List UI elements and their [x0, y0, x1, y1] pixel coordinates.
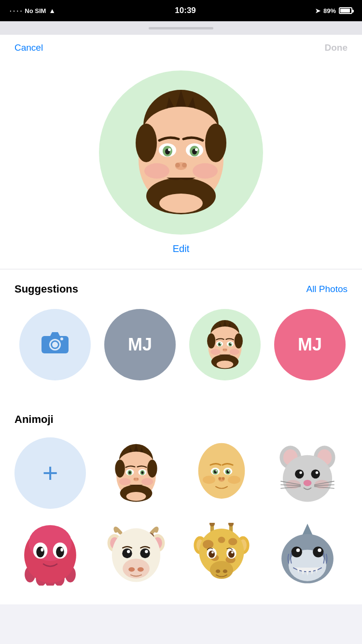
svg-point-130	[122, 548, 132, 558]
status-bar: · · · · No SIM ▲ 10:39 ➤ 89%	[0, 0, 362, 21]
animoji-add-button[interactable]: +	[14, 437, 86, 509]
location-icon: ➤	[315, 7, 320, 14]
battery-fill	[340, 9, 350, 13]
animoji-giraffe-svg	[190, 523, 253, 586]
svg-point-61	[141, 478, 153, 485]
svg-point-45	[220, 343, 221, 344]
svg-point-16	[168, 148, 171, 151]
animoji-memoji-man[interactable]	[100, 437, 172, 509]
svg-point-58	[115, 460, 125, 477]
svg-point-76	[203, 476, 215, 484]
svg-point-38	[229, 349, 239, 355]
svg-point-85	[228, 470, 229, 472]
done-button[interactable]: Done	[325, 42, 348, 53]
svg-point-19	[175, 163, 180, 168]
svg-point-84	[215, 470, 217, 472]
svg-point-6	[136, 124, 157, 162]
animoji-bald-svg	[190, 442, 253, 504]
svg-point-8	[144, 163, 169, 179]
svg-point-27	[52, 342, 58, 348]
svg-point-149	[216, 570, 220, 573]
svg-point-88	[222, 477, 225, 480]
svg-point-49	[225, 349, 227, 350]
suggestions-section: Suggestions All Photos	[0, 269, 362, 395]
animoji-shark[interactable]	[272, 518, 343, 590]
svg-point-136	[209, 523, 215, 526]
svg-point-131	[140, 548, 150, 558]
small-memoji-svg	[198, 318, 251, 371]
drag-handle-area	[0, 21, 362, 35]
status-time: 10:39	[175, 6, 195, 15]
animoji-cow-svg	[105, 523, 167, 586]
suggestion-mj-gray[interactable]: MJ	[104, 309, 176, 380]
svg-point-117	[56, 546, 64, 557]
edit-button[interactable]: Edit	[173, 243, 189, 254]
signal-dots: · · · ·	[10, 7, 22, 14]
all-photos-link[interactable]: All Photos	[306, 284, 348, 294]
animoji-mouse[interactable]	[272, 437, 343, 509]
camera-icon	[41, 330, 70, 360]
svg-point-70	[136, 478, 139, 480]
svg-point-165	[318, 548, 321, 552]
memoji-avatar	[113, 85, 249, 220]
svg-point-77	[228, 476, 240, 484]
initials-mj-pink: MJ	[298, 335, 322, 355]
svg-point-155	[211, 551, 214, 554]
wifi-icon: ▲	[49, 7, 56, 14]
avatar-section: Edit	[0, 61, 362, 269]
svg-point-133	[145, 550, 148, 553]
suggestions-row: MJ	[14, 309, 348, 385]
svg-point-9	[193, 163, 218, 179]
svg-point-22	[159, 194, 203, 213]
svg-point-119	[60, 548, 63, 551]
svg-point-162	[291, 546, 302, 557]
svg-point-72	[126, 492, 146, 501]
svg-point-118	[41, 548, 44, 551]
svg-point-69	[133, 478, 136, 480]
svg-point-97	[311, 470, 320, 479]
animoji-bald[interactable]	[186, 437, 257, 509]
svg-point-127	[123, 559, 150, 578]
svg-point-132	[126, 550, 130, 553]
animoji-octopus[interactable]	[14, 518, 86, 590]
suggestion-mj-pink[interactable]: MJ	[274, 309, 346, 380]
suggestion-memoji[interactable]	[189, 309, 261, 380]
svg-point-7	[205, 124, 226, 162]
svg-point-67	[141, 471, 143, 474]
svg-point-37	[210, 349, 220, 355]
animoji-title: Animoji	[14, 413, 348, 426]
svg-point-163	[313, 546, 323, 557]
animoji-man-svg	[105, 442, 167, 504]
svg-point-46	[230, 343, 231, 344]
nav-bar: Cancel Done	[0, 35, 362, 61]
avatar-circle[interactable]	[99, 70, 263, 235]
cancel-button[interactable]: Cancel	[14, 42, 43, 53]
suggestion-camera[interactable]	[19, 309, 91, 380]
animoji-giraffe[interactable]	[186, 518, 257, 590]
camera-svg	[41, 330, 70, 354]
carrier-label: No SIM	[25, 7, 46, 14]
suggestions-title: Suggestions	[14, 283, 78, 295]
main-card: Cancel Done	[0, 35, 362, 604]
battery-icon	[339, 7, 352, 14]
animoji-grid: +	[14, 437, 348, 595]
plus-icon: +	[42, 460, 58, 487]
svg-point-99	[315, 471, 318, 474]
svg-point-93	[282, 455, 332, 502]
svg-point-145	[218, 537, 225, 543]
svg-point-96	[295, 470, 304, 479]
suggestions-header: Suggestions All Photos	[14, 283, 348, 295]
animoji-cow[interactable]	[100, 518, 172, 590]
svg-point-128	[128, 567, 135, 572]
animoji-octopus-svg	[19, 523, 82, 586]
svg-point-143	[203, 540, 213, 549]
svg-point-28	[60, 337, 63, 340]
svg-marker-24	[50, 332, 60, 336]
drag-handle	[149, 27, 213, 29]
svg-point-116	[36, 546, 44, 557]
svg-point-144	[228, 538, 237, 546]
status-left: · · · · No SIM ▲	[10, 7, 56, 14]
svg-point-164	[296, 548, 299, 552]
svg-point-66	[128, 471, 131, 474]
svg-point-51	[217, 361, 234, 368]
